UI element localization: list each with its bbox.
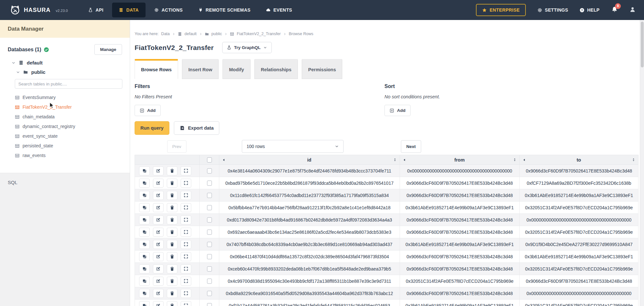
clone-row-button[interactable] xyxy=(139,277,150,286)
clone-row-button[interactable] xyxy=(139,215,150,224)
row-checkbox[interactable] xyxy=(207,181,212,186)
delete-row-button[interactable] xyxy=(167,203,177,212)
sort-column-icon[interactable] xyxy=(513,158,516,162)
row-checkbox[interactable] xyxy=(207,242,212,247)
expand-row-button[interactable] xyxy=(181,228,191,237)
collapse-column-icon[interactable] xyxy=(523,158,526,162)
sidebar-table-item[interactable]: dynamic_contract_registry xyxy=(15,122,122,131)
edit-row-button[interactable] xyxy=(153,289,164,298)
sidebar-table-item[interactable]: event_sync_state xyxy=(15,131,122,141)
edit-row-button[interactable] xyxy=(153,277,164,286)
clone-row-button[interactable] xyxy=(139,289,150,298)
row-checkbox[interactable] xyxy=(207,254,212,259)
vertical-scrollbar[interactable] xyxy=(640,20,644,306)
delete-row-button[interactable] xyxy=(167,301,177,306)
breadcrumb-default[interactable]: default xyxy=(185,32,197,36)
delete-row-button[interactable] xyxy=(167,179,177,188)
row-checkbox[interactable] xyxy=(207,193,212,198)
settings-button[interactable]: SETTINGS xyxy=(537,7,568,13)
table-search-input[interactable] xyxy=(15,79,122,89)
delete-row-button[interactable] xyxy=(167,277,177,286)
expand-row-button[interactable] xyxy=(181,277,191,286)
next-page-button[interactable]: Next xyxy=(401,140,421,153)
breadcrumb-table[interactable]: FiatTokenV2_2_Transfer xyxy=(237,32,280,36)
row-checkbox[interactable] xyxy=(207,168,212,173)
sidebar-table-item[interactable]: EventsSummary xyxy=(15,93,122,102)
add-filter-button[interactable]: Add xyxy=(135,105,161,116)
add-sort-button[interactable]: Add xyxy=(384,105,411,116)
clone-row-button[interactable] xyxy=(139,301,150,306)
chevron-down-icon[interactable] xyxy=(12,61,15,65)
delete-row-button[interactable] xyxy=(167,252,177,261)
expand-row-button[interactable] xyxy=(181,215,191,224)
expand-row-button[interactable] xyxy=(181,166,191,175)
sort-column-icon[interactable] xyxy=(632,158,635,162)
edit-row-button[interactable] xyxy=(153,191,164,200)
nav-item-data[interactable]: DATA xyxy=(112,3,145,17)
chevron-down-icon[interactable] xyxy=(16,70,20,74)
user-menu-button[interactable] xyxy=(630,6,636,14)
clone-row-button[interactable] xyxy=(139,191,150,200)
clone-row-button[interactable] xyxy=(139,179,150,188)
edit-row-button[interactable] xyxy=(153,203,164,212)
expand-row-button[interactable] xyxy=(181,191,191,200)
tab[interactable]: Modify xyxy=(223,59,251,79)
delete-row-button[interactable] xyxy=(167,264,177,273)
hasura-logo[interactable]: HASURA v2.23.0 xyxy=(10,5,68,15)
row-checkbox[interactable] xyxy=(207,266,212,271)
expand-row-button[interactable] xyxy=(181,179,191,188)
tab[interactable]: Relationships xyxy=(254,59,298,79)
nav-item-events[interactable]: EVENTS xyxy=(259,3,299,17)
expand-row-button[interactable] xyxy=(181,240,191,249)
row-checkbox[interactable] xyxy=(207,205,212,210)
clone-row-button[interactable] xyxy=(139,264,150,273)
export-data-button[interactable]: Export data xyxy=(174,121,220,135)
expand-row-button[interactable] xyxy=(181,252,191,261)
edit-row-button[interactable] xyxy=(153,228,164,237)
sidebar-item-sql[interactable]: SQL xyxy=(8,180,17,185)
clone-row-button[interactable] xyxy=(139,203,150,212)
collapse-column-icon[interactable] xyxy=(403,158,406,162)
edit-row-button[interactable] xyxy=(153,301,164,306)
expand-row-button[interactable] xyxy=(181,289,191,298)
sidebar-table-item[interactable]: chain_metadata xyxy=(15,112,122,122)
edit-row-button[interactable] xyxy=(153,252,164,261)
notifications-button[interactable]: 8 xyxy=(611,6,618,14)
expand-row-button[interactable] xyxy=(181,203,191,212)
delete-row-button[interactable] xyxy=(167,191,177,200)
tab[interactable]: Permissions xyxy=(302,59,342,79)
sidebar-table-item[interactable]: FiatTokenV2_2_Transfer xyxy=(15,102,122,112)
tab[interactable]: Insert Row xyxy=(182,59,219,79)
expand-row-button[interactable] xyxy=(181,264,191,273)
sort-column-icon[interactable] xyxy=(393,158,397,162)
column-header[interactable]: from xyxy=(400,155,520,165)
try-graphql-button[interactable]: Try GraphQL xyxy=(222,42,272,53)
nav-item-remote-schemas[interactable]: REMOTE SCHEMAS xyxy=(192,3,257,17)
nav-item-actions[interactable]: ACTIONS xyxy=(147,3,190,17)
edit-row-button[interactable] xyxy=(153,264,164,273)
row-checkbox[interactable] xyxy=(207,291,212,296)
clone-row-button[interactable] xyxy=(139,240,150,249)
sidebar-table-item[interactable]: raw_events xyxy=(15,151,122,160)
row-checkbox[interactable] xyxy=(207,217,212,222)
clone-row-button[interactable] xyxy=(139,252,150,261)
run-query-button[interactable]: Run query xyxy=(135,121,169,135)
column-header[interactable]: id xyxy=(219,155,400,165)
tree-node-schema[interactable]: public xyxy=(8,69,122,75)
row-checkbox[interactable] xyxy=(207,303,212,306)
sidebar-table-item[interactable]: persisted_state xyxy=(15,141,122,151)
scrollbar-thumb[interactable] xyxy=(641,22,644,67)
delete-row-button[interactable] xyxy=(167,289,177,298)
expand-row-button[interactable] xyxy=(181,301,191,306)
clone-row-button[interactable] xyxy=(139,166,150,175)
enterprise-button[interactable]: ENTERPRISE xyxy=(476,4,526,16)
tree-node-database[interactable]: default xyxy=(8,60,122,65)
edit-row-button[interactable] xyxy=(153,179,164,188)
nav-item-api[interactable]: API xyxy=(81,3,110,17)
breadcrumb-data[interactable]: Data xyxy=(161,32,170,36)
help-button[interactable]: HELP xyxy=(580,7,600,13)
prev-page-button[interactable]: Prev xyxy=(167,140,186,153)
row-checkbox[interactable] xyxy=(207,279,212,284)
delete-row-button[interactable] xyxy=(167,215,177,224)
edit-row-button[interactable] xyxy=(153,240,164,249)
